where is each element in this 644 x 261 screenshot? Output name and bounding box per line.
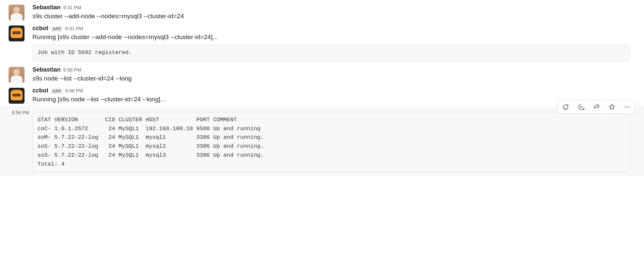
message-text: s9s cluster --add-node --nodes=mysql3 --…: [32, 12, 629, 21]
thread-icon: [578, 103, 585, 111]
bot-visor-wave-icon: [13, 94, 20, 96]
message-header: ccbot APP 6:31 PM: [32, 25, 629, 32]
message-body: STAT VERSION CID CLUSTER HOST PORT COMME…: [32, 109, 635, 174]
avatar-gutter: [9, 4, 32, 21]
message-timestamp[interactable]: 6:58 PM: [65, 88, 83, 93]
star-icon: [608, 103, 616, 111]
message: ccbot APP 6:31 PM Running [s9s cluster -…: [0, 23, 644, 65]
more-horizontal-icon: [623, 103, 631, 111]
message-body: ccbot APP 6:58 PM Running [s9s node --li…: [32, 87, 635, 104]
emoji-plus-icon: [562, 103, 569, 111]
svg-point-3: [625, 106, 626, 107]
avatar-user[interactable]: [9, 5, 25, 21]
start-thread-button[interactable]: [573, 100, 589, 114]
message-text: s9s node --list --cluster-id=24 --long: [32, 74, 629, 83]
message: 6:58 PM STAT VERSION CID CLUSTER HOST PO…: [0, 106, 644, 176]
svg-point-4: [626, 106, 627, 107]
avatar-bot[interactable]: [9, 88, 25, 104]
message-timestamp[interactable]: 6:31 PM: [63, 5, 81, 10]
timestamp-gutter[interactable]: 6:58 PM: [9, 108, 32, 115]
add-reaction-button[interactable]: [558, 100, 573, 114]
message-author[interactable]: Sebastian: [32, 66, 61, 73]
avatar-user[interactable]: [9, 67, 25, 83]
message-action-toolbar: [558, 100, 635, 114]
code-block: Job with ID 5692 registered.: [32, 45, 629, 61]
app-badge: APP: [51, 26, 63, 32]
message-author[interactable]: ccbot: [32, 87, 48, 94]
message-list: Sebastian 6:31 PM s9s cluster --add-node…: [0, 0, 644, 184]
message-timestamp[interactable]: 6:58 PM: [63, 67, 81, 73]
message: Sebastian 6:58 PM s9s node --list --clus…: [0, 64, 644, 85]
svg-point-0: [563, 105, 568, 110]
message-text: Running [s9s cluster --add-node --nodes=…: [32, 32, 629, 42]
bot-visor-wave-icon: [13, 32, 20, 33]
message-author[interactable]: Sebastian: [32, 4, 61, 11]
share-message-button[interactable]: [589, 100, 604, 114]
message: ccbot APP 6:58 PM Running [s9s node --li…: [0, 85, 644, 106]
message-body: ccbot APP 6:31 PM Running [s9s cluster -…: [32, 25, 635, 63]
app-badge: APP: [51, 88, 63, 94]
avatar-gutter: [9, 66, 32, 83]
message-text: Running [s9s node --list --cluster-id=24…: [32, 95, 629, 104]
avatar-gutter: [9, 25, 32, 41]
message-body: Sebastian 6:58 PM s9s node --list --clus…: [32, 66, 635, 83]
avatar-gutter: [9, 87, 32, 104]
message-timestamp[interactable]: 6:31 PM: [65, 26, 83, 31]
more-actions-button[interactable]: [619, 100, 634, 114]
save-message-button[interactable]: [604, 100, 619, 114]
message-body: Sebastian 6:31 PM s9s cluster --add-node…: [32, 4, 635, 21]
message: Sebastian 6:31 PM s9s cluster --add-node…: [0, 2, 644, 23]
message-header: ccbot APP 6:58 PM: [32, 87, 629, 94]
avatar-bot[interactable]: [9, 26, 25, 41]
share-arrow-icon: [593, 103, 600, 111]
message-header: Sebastian 6:58 PM: [32, 66, 629, 73]
message-header: Sebastian 6:31 PM: [32, 4, 629, 11]
svg-point-5: [628, 106, 629, 107]
message-author[interactable]: ccbot: [32, 25, 48, 32]
code-block: STAT VERSION CID CLUSTER HOST PORT COMME…: [32, 112, 629, 173]
